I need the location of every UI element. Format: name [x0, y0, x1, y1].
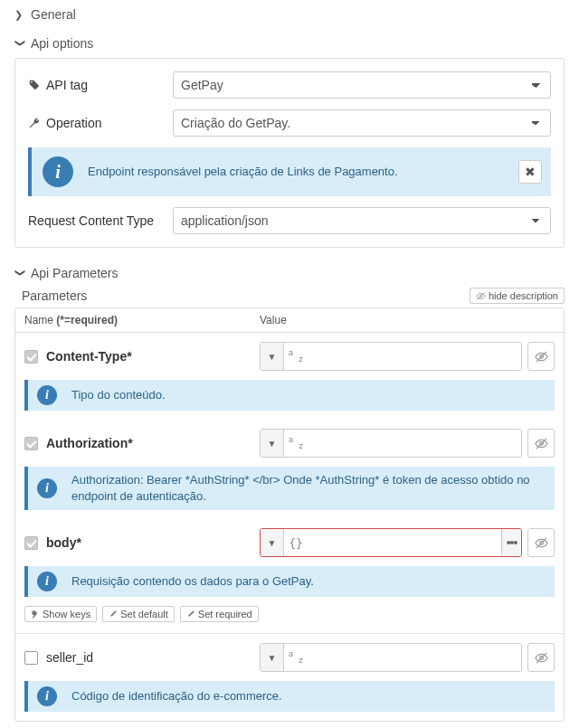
param-description-text: Tipo do conteúdo.: [71, 387, 166, 403]
chevron-down-icon: ❯: [14, 268, 26, 279]
required-checkbox: [24, 536, 38, 550]
expand-json-button[interactable]: •••: [501, 529, 521, 556]
type-string-indicator: a z: [284, 430, 308, 457]
type-json-indicator: {}: [284, 529, 308, 556]
section-api-params-header[interactable]: ❯ Api Parameters: [0, 259, 579, 288]
param-row-seller-id: seller_id ▼ a z: [15, 634, 564, 681]
required-checkbox: [24, 350, 38, 364]
wrench-icon: [28, 117, 41, 129]
type-dropdown-button[interactable]: ▼: [261, 644, 284, 671]
toggle-visibility-button[interactable]: [527, 429, 555, 458]
toggle-visibility-button[interactable]: [527, 342, 555, 371]
param-row-authorization: Authorization* ▼ a z: [15, 420, 564, 467]
param-description-text: Requisição contendo os dados para o GetP…: [71, 573, 314, 590]
col-value-label: Value: [251, 308, 564, 332]
parameters-subtitle: Parameters: [22, 288, 87, 303]
param-body-actions: Show keys Set default Set required: [15, 606, 564, 631]
tag-icon: [28, 79, 41, 91]
api-options-panel: API tag GetPay Operation Criação do GetP…: [14, 58, 565, 248]
param-value-input[interactable]: [308, 343, 521, 370]
parameters-header: Parameters hide description: [22, 288, 565, 304]
endpoint-info-text: Endpoint responsável pela criação de Lin…: [88, 164, 398, 180]
set-required-button[interactable]: Set required: [180, 606, 259, 622]
info-icon: i: [37, 478, 57, 498]
param-description-text: Código de identificação do e-commerce.: [71, 688, 282, 704]
param-description: i Requisição contendo os dados para o Ge…: [24, 566, 555, 597]
param-description: i Authorization: Bearer *AuthString* </b…: [24, 467, 555, 510]
param-input-group: ▼ a z: [260, 342, 522, 371]
param-input-group: ▼ a z: [260, 643, 522, 672]
section-api-options-title: Api options: [31, 36, 93, 51]
col-name-required: (*=required): [56, 314, 118, 326]
api-tag-label: API tag: [46, 78, 88, 92]
required-checkbox: [24, 437, 38, 450]
section-api-options-header[interactable]: ❯ Api options: [0, 29, 579, 58]
operation-select[interactable]: Criação do GetPay.: [173, 109, 551, 137]
set-default-label: Set default: [120, 609, 168, 619]
parameters-panel: Name (*=required) Value Content-Type* ▼ …: [14, 307, 565, 722]
param-description-text: Authorization: Bearer *AuthString* </br>…: [71, 472, 546, 505]
param-input-group: ▼ {} •••: [260, 528, 522, 557]
params-table-head: Name (*=required) Value: [15, 308, 564, 333]
set-default-button[interactable]: Set default: [102, 606, 175, 622]
param-value-input[interactable]: [308, 430, 521, 457]
hide-description-button[interactable]: hide description: [470, 288, 565, 304]
info-icon: i: [37, 686, 57, 706]
api-tag-select[interactable]: GetPay: [173, 71, 551, 99]
info-icon: i: [37, 385, 57, 405]
col-name-label: Name: [24, 314, 53, 326]
operation-row: Operation Criação do GetPay.: [28, 109, 551, 137]
type-string-indicator: a z: [284, 644, 308, 671]
type-string-indicator: a z: [284, 343, 308, 370]
param-description: i Tipo do conteúdo.: [24, 380, 555, 411]
param-name: seller_id: [46, 650, 260, 665]
param-name: Authorization*: [46, 436, 260, 450]
info-icon: i: [37, 572, 57, 591]
api-tag-row: API tag GetPay: [28, 71, 551, 99]
toggle-visibility-button[interactable]: [527, 643, 555, 672]
type-dropdown-button[interactable]: ▼: [261, 430, 284, 457]
section-api-params-title: Api Parameters: [31, 266, 118, 280]
section-general-title: General: [31, 7, 76, 22]
info-icon: i: [43, 156, 73, 187]
param-description: i Código de identificação do e-commerce.: [24, 681, 555, 712]
param-value-input[interactable]: [308, 529, 501, 556]
show-keys-label: Show keys: [43, 609, 90, 619]
type-dropdown-button[interactable]: ▼: [261, 529, 284, 556]
chevron-down-icon: ❯: [14, 38, 26, 49]
info-close-button[interactable]: ✖: [518, 160, 542, 184]
chevron-right-icon: ❯: [14, 9, 25, 21]
content-type-label: Request Content Type: [28, 213, 154, 228]
section-general-header[interactable]: ❯ General: [0, 0, 579, 29]
param-name: Content-Type*: [46, 349, 260, 364]
param-input-group: ▼ a z: [260, 429, 522, 458]
hide-description-label: hide description: [489, 290, 558, 301]
content-type-row: Request Content Type application/json: [28, 207, 551, 234]
content-type-select[interactable]: application/json: [173, 207, 551, 234]
param-row-body: body* ▼ {} •••: [15, 519, 564, 566]
endpoint-info-bar: i Endpoint responsável pela criação de L…: [28, 147, 551, 196]
set-required-label: Set required: [198, 609, 252, 619]
type-dropdown-button[interactable]: ▼: [261, 343, 284, 370]
param-value-input[interactable]: [308, 644, 521, 671]
operation-label: Operation: [46, 116, 101, 130]
optional-checkbox[interactable]: [24, 651, 38, 665]
param-name: body*: [46, 535, 260, 550]
toggle-visibility-button[interactable]: [527, 528, 555, 557]
param-row-content-type: Content-Type* ▼ a z: [15, 333, 564, 380]
show-keys-button[interactable]: Show keys: [24, 606, 97, 622]
